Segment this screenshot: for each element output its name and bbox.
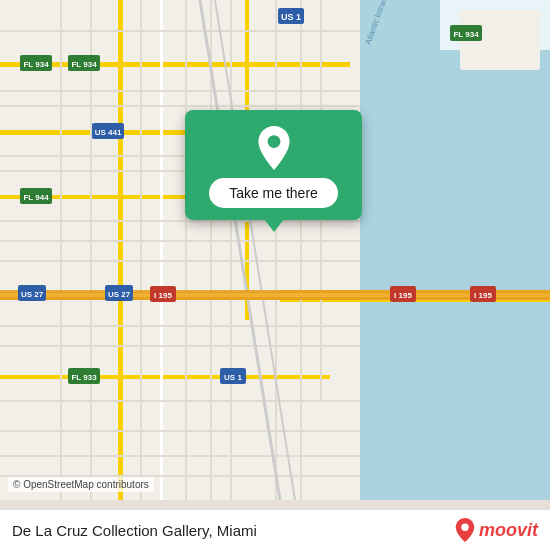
svg-text:I 195: I 195 — [154, 291, 172, 300]
map-svg: Atlantic Intracoastal Waterway US 1 FL 9… — [0, 0, 550, 500]
svg-text:FL 933: FL 933 — [71, 373, 97, 382]
svg-text:FL 944: FL 944 — [23, 193, 49, 202]
copyright-notice: © OpenStreetMap contributors — [8, 477, 154, 492]
svg-rect-35 — [0, 400, 360, 402]
svg-rect-34 — [0, 345, 360, 347]
svg-rect-19 — [185, 0, 187, 500]
svg-rect-25 — [0, 30, 360, 32]
map-container: Atlantic Intracoastal Waterway US 1 FL 9… — [0, 0, 550, 550]
svg-rect-37 — [0, 455, 360, 457]
svg-rect-32 — [0, 260, 360, 262]
svg-rect-13 — [118, 0, 123, 500]
svg-rect-31 — [0, 240, 360, 242]
svg-rect-30 — [0, 220, 360, 222]
svg-text:I 195: I 195 — [474, 291, 492, 300]
location-name: De La Cruz Collection Gallery, Miami — [12, 522, 257, 539]
svg-rect-33 — [0, 325, 360, 327]
location-pin-icon — [252, 126, 296, 170]
svg-rect-12 — [0, 375, 330, 379]
svg-text:US 441: US 441 — [95, 128, 122, 137]
moovit-text: moovit — [479, 520, 538, 541]
svg-rect-27 — [0, 105, 360, 107]
svg-rect-8 — [0, 62, 350, 67]
svg-rect-42 — [0, 293, 550, 297]
popup-card: Take me there — [185, 110, 362, 220]
svg-rect-17 — [90, 0, 92, 500]
svg-rect-36 — [0, 430, 360, 432]
location-info: De La Cruz Collection Gallery, Miami — [12, 522, 257, 539]
svg-text:US 1: US 1 — [281, 12, 301, 22]
take-me-there-button[interactable]: Take me there — [209, 178, 338, 208]
bottom-bar: De La Cruz Collection Gallery, Miami moo… — [0, 509, 550, 550]
svg-text:US 27: US 27 — [108, 290, 131, 299]
moovit-pin-icon — [455, 518, 475, 542]
map-background: Atlantic Intracoastal Waterway US 1 FL 9… — [0, 0, 550, 550]
moovit-logo: moovit — [455, 518, 538, 542]
svg-rect-15 — [160, 0, 163, 500]
svg-point-70 — [267, 135, 280, 148]
svg-text:FL 934: FL 934 — [71, 60, 97, 69]
svg-text:US 1: US 1 — [224, 373, 242, 382]
svg-rect-18 — [140, 0, 142, 500]
svg-rect-22 — [275, 0, 277, 500]
svg-rect-23 — [300, 0, 302, 500]
svg-rect-26 — [0, 90, 360, 92]
svg-rect-16 — [60, 0, 62, 500]
svg-text:US 27: US 27 — [21, 290, 44, 299]
svg-rect-21 — [230, 0, 232, 500]
svg-text:FL 934: FL 934 — [23, 60, 49, 69]
svg-text:I 195: I 195 — [394, 291, 412, 300]
svg-text:FL 934: FL 934 — [453, 30, 479, 39]
svg-point-71 — [461, 524, 468, 531]
